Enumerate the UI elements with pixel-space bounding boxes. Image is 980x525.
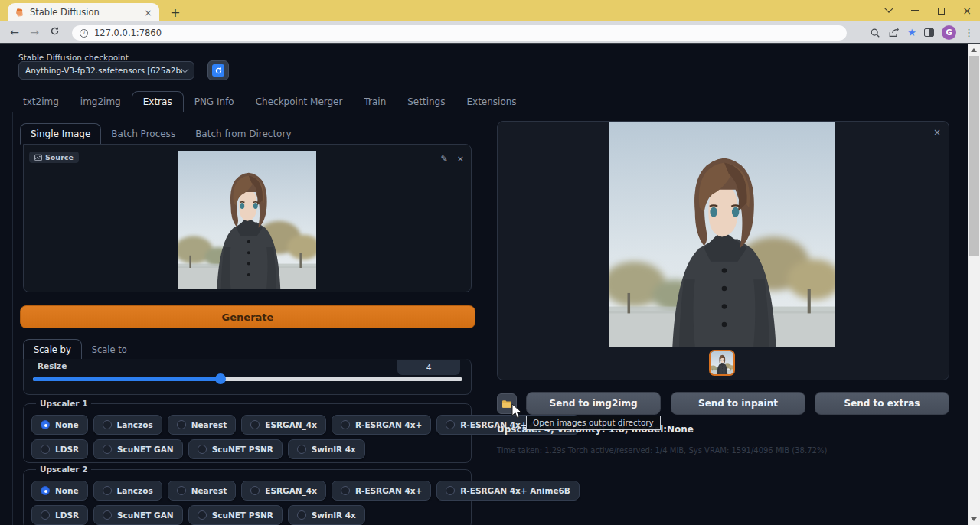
tab-png-info[interactable]: PNG Info — [184, 92, 245, 112]
site-info-icon[interactable]: i — [80, 29, 88, 38]
result-image[interactable] — [609, 122, 835, 347]
new-tab-button[interactable]: + — [167, 4, 184, 21]
resize-slider[interactable] — [33, 377, 462, 381]
checkpoint-value: Anything-V3-fp32.safetensors [625a2ba2] — [25, 66, 182, 75]
radio-checked-icon — [41, 486, 50, 495]
url-text: 127.0.0.1:7860 — [94, 28, 162, 38]
extras-subtab-bar: Single Image Batch Process Batch from Di… — [20, 122, 475, 144]
upscaler2-option-esrgan4x[interactable]: ESRGAN_4x — [241, 481, 326, 501]
scrollbar-up-icon[interactable] — [971, 48, 977, 52]
result-thumbnail-selected[interactable] — [709, 350, 735, 376]
tooltip: Open images output directory — [526, 416, 661, 430]
upscaler1-option-swinir4x[interactable]: SwinIR 4x — [288, 439, 365, 459]
radio-icon — [103, 420, 112, 429]
option-label: Lanczos — [117, 420, 153, 429]
tab-extensions[interactable]: Extensions — [456, 92, 527, 112]
back-button[interactable]: ← — [5, 26, 24, 38]
option-label: R-ESRGAN 4x+ — [355, 420, 422, 429]
upscaler1-option-ldsr[interactable]: LDSR — [31, 439, 88, 459]
upscaler2-option-none[interactable]: None — [31, 481, 88, 501]
resize-number-input[interactable]: 4 — [397, 360, 460, 375]
source-label: Source — [45, 153, 74, 161]
upscaler1-option-none[interactable]: None — [31, 415, 88, 435]
checkpoint-dropdown[interactable]: Anything-V3-fp32.safetensors [625a2ba2] — [18, 61, 194, 80]
radio-icon — [341, 420, 350, 429]
option-label: None — [55, 420, 79, 429]
send-to-extras-button[interactable]: Send to extras — [815, 392, 949, 415]
subtab-single-image[interactable]: Single Image — [20, 123, 101, 145]
upscaler1-option-nearest[interactable]: Nearest — [168, 415, 237, 435]
upscaler2-option-ldsr[interactable]: LDSR — [31, 505, 88, 525]
option-label: SwinIR 4x — [312, 445, 356, 454]
send-to-img2img-button[interactable]: Send to img2img — [526, 392, 661, 415]
generate-button[interactable]: Generate — [20, 305, 475, 328]
scrollbar-thumb[interactable] — [969, 56, 979, 256]
radio-icon — [103, 445, 112, 454]
radio-icon — [297, 445, 306, 454]
minimize-button[interactable] — [902, 0, 928, 21]
bookmark-star-icon[interactable]: ★ — [907, 27, 916, 38]
option-label: Nearest — [191, 420, 227, 429]
profile-avatar[interactable]: G — [942, 25, 956, 40]
tab-search-chevron-icon[interactable] — [876, 0, 902, 21]
zoom-icon[interactable] — [870, 28, 880, 38]
option-label: LDSR — [55, 445, 79, 454]
mouse-cursor — [511, 403, 523, 419]
upscaler1-option-lanczos[interactable]: Lanczos — [93, 415, 162, 435]
reload-button[interactable] — [44, 26, 64, 38]
subtab-batch-process[interactable]: Batch Process — [101, 124, 185, 144]
upscaler2-option-resrgan-anime6b[interactable]: R-ESRGAN 4x+ Anime6B — [436, 481, 580, 501]
tab-settings[interactable]: Settings — [397, 92, 456, 112]
edit-image-icon[interactable]: ✎ — [441, 154, 448, 164]
upscaler2-option-resrgan4x[interactable]: R-ESRGAN 4x+ — [332, 481, 431, 501]
chevron-down-icon — [181, 66, 189, 73]
upscaler1-option-scunet-gan[interactable]: ScuNET GAN — [93, 439, 183, 459]
scrollbar-down-icon[interactable] — [971, 517, 977, 521]
window-close-button[interactable]: × — [954, 0, 980, 21]
maximize-button[interactable] — [928, 0, 954, 21]
share-icon[interactable] — [888, 28, 900, 38]
refresh-icon — [212, 64, 224, 77]
radio-icon — [198, 510, 207, 520]
menu-dots-icon[interactable]: ⋮ — [964, 27, 974, 38]
send-to-inpaint-button[interactable]: Send to inpaint — [671, 392, 805, 415]
option-label: None — [55, 486, 79, 495]
image-icon — [34, 154, 42, 161]
tab-img2img[interactable]: img2img — [70, 92, 132, 112]
option-label: LDSR — [55, 510, 79, 520]
option-label: Lanczos — [117, 486, 153, 495]
clear-image-icon[interactable]: × — [457, 154, 464, 164]
option-label: Nearest — [191, 486, 227, 495]
tab-scale-by[interactable]: Scale by — [23, 339, 82, 360]
upscaler2-option-scunet-psnr[interactable]: ScuNET PSNR — [188, 505, 283, 525]
option-label: ScuNET PSNR — [212, 510, 273, 520]
tab-scale-to[interactable]: Scale to — [82, 340, 137, 360]
address-bar[interactable]: i 127.0.0.1:7860 — [72, 25, 847, 41]
upscaler2-option-lanczos[interactable]: Lanczos — [93, 481, 162, 501]
upscaler1-option-scunet-psnr[interactable]: ScuNET PSNR — [188, 439, 283, 459]
slider-thumb[interactable] — [215, 373, 226, 384]
upscaler2-option-nearest[interactable]: Nearest — [168, 481, 237, 501]
tab-close-icon[interactable]: × — [144, 8, 152, 18]
tab-txt2img[interactable]: txt2img — [12, 92, 70, 112]
upscaler1-option-resrgan4x[interactable]: R-ESRGAN 4x+ — [332, 415, 431, 435]
option-label: ScuNET GAN — [117, 445, 174, 454]
tab-train[interactable]: Train — [353, 92, 397, 112]
resize-panel: Resize 4 — [23, 359, 472, 395]
forward-button[interactable]: → — [24, 26, 44, 38]
page-scrollbar[interactable] — [968, 44, 980, 525]
refresh-checkpoint-button[interactable] — [207, 60, 229, 80]
upscaler1-option-esrgan4x[interactable]: ESRGAN_4x — [241, 415, 326, 435]
option-label: ScuNET GAN — [117, 510, 174, 520]
tab-checkpoint-merger[interactable]: Checkpoint Merger — [245, 92, 354, 112]
upscaler2-option-scunet-gan[interactable]: ScuNET GAN — [93, 505, 183, 525]
radio-icon — [103, 510, 112, 520]
subtab-batch-from-directory[interactable]: Batch from Directory — [185, 124, 301, 144]
source-image[interactable] — [178, 151, 316, 289]
gallery-close-icon[interactable]: × — [933, 127, 941, 138]
radio-icon — [103, 486, 112, 495]
tab-extras[interactable]: Extras — [132, 91, 184, 112]
side-panel-icon[interactable] — [924, 28, 934, 37]
browser-tab[interactable]: Stable Diffusion × — [8, 3, 159, 21]
upscaler2-option-swinir4x[interactable]: SwinIR 4x — [288, 505, 365, 525]
